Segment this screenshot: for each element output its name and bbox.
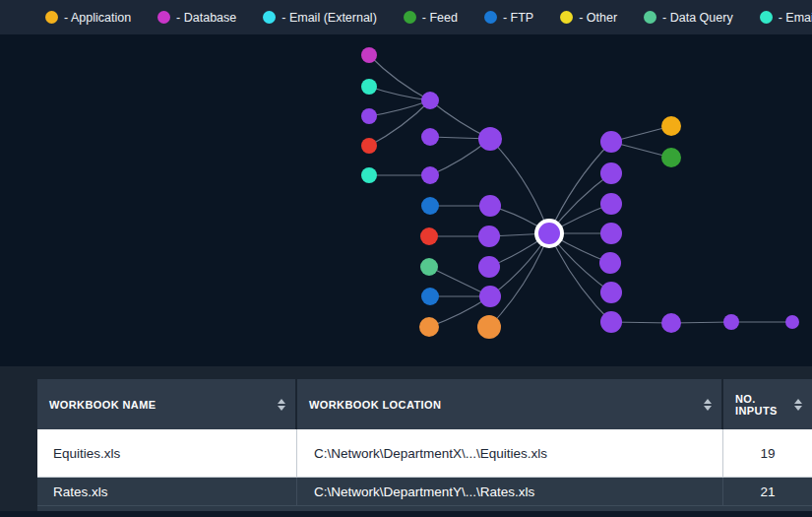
graph-edge [369,55,430,100]
legend-item-data-query: - Data Query [644,11,733,25]
cell-no-inputs: 19 [723,429,812,477]
graph-edge [490,139,549,233]
sort-arrows-icon [704,399,712,411]
header-label: NO. INPUTS [735,393,788,417]
legend-label: - Email [779,11,812,25]
legend-item-feed: - Feed [404,11,458,25]
graph-node-out-excel-3[interactable] [600,193,622,215]
graph-node-mid-red-1[interactable] [420,227,438,245]
graph-edge [549,142,611,233]
graph-node-src-email-2[interactable] [361,167,377,183]
graph-edge [369,87,430,100]
cell-workbook-name: Rates.xls [37,478,297,505]
graph-node-hub-excel[interactable] [536,221,562,246]
lineage-app: - Application- Database- Email (External… [0,0,812,517]
graph-node-src-database-1[interactable] [361,47,377,63]
table-body: Equities.xlsC:\Network\DepartmentX\...\E… [37,429,812,505]
graph-node-out-excel-4[interactable] [600,223,622,244]
header-label: WORKBOOK NAME [49,399,156,411]
graph-node-src-email-1[interactable] [361,79,377,95]
legend-label: - Data Query [662,11,733,25]
graph-node-agg-excel-1[interactable] [478,127,502,151]
legend-label: - Application [64,11,131,25]
legend-label: - Other [579,11,617,25]
cell-workbook-location: C:\Network\DepartmentX\...\Equities.xls [297,429,723,477]
legend-bar: - Application- Database- Email (External… [0,0,812,34]
legend-item-application: - Application [45,11,131,25]
graph-node-out-excel-6[interactable] [600,282,622,303]
legend-label: - Email (External) [281,11,377,25]
cell-no-inputs: 21 [723,478,812,505]
graph-node-agg-excel-2[interactable] [479,195,501,217]
legend-label: - FTP [503,11,533,25]
legend-label: - Database [176,11,236,25]
graph-node-src-red-1[interactable] [361,138,377,154]
lineage-graph [0,34,812,366]
graph-edge [489,233,549,327]
graph-node-out-excel-5[interactable] [599,252,621,274]
legend-item-ftp: - FTP [484,11,533,25]
graph-edge [549,233,611,322]
legend-item-database: - Database [157,11,236,25]
application-dot-icon [45,11,58,24]
graph-node-chain-excel-3[interactable] [785,315,799,329]
legend-item-other: - Other [560,11,617,25]
graph-node-agg-orange-1[interactable] [477,315,501,339]
feed-dot-icon [404,11,416,24]
graph-node-mid-excel-2[interactable] [421,128,439,146]
header-cell-no-inputs[interactable]: NO. INPUTS [723,379,812,429]
other-dot-icon [560,11,573,24]
graph-node-mid-excel-1[interactable] [421,92,439,109]
graph-node-out-excel-7[interactable] [600,311,622,333]
table-row[interactable]: Equities.xlsC:\Network\DepartmentX\...\E… [37,429,812,478]
graph-node-chain-excel-1[interactable] [661,313,681,333]
header-cell-workbook-name[interactable]: WORKBOOK NAME [37,379,297,429]
legend-label: - Feed [422,11,458,25]
legend-item-email: - Email [760,11,812,25]
data-query-dot-icon [644,11,656,24]
graph-node-out-feed-1[interactable] [661,148,681,167]
graph-node-mid-ftp-1[interactable] [421,197,439,215]
graph-node-chain-excel-2[interactable] [723,314,739,330]
graph-node-mid-orange-1[interactable] [419,317,439,337]
graph-node-out-excel-1[interactable] [600,131,622,153]
graph-edge [369,100,430,146]
bottom-strip [0,511,812,517]
sort-arrows-icon [278,399,285,411]
graph-node-mid-excel-3[interactable] [421,166,439,184]
table-row[interactable]: Rates.xlsC:\Network\DepartmentY\...\Rate… [37,478,812,505]
email-dot-icon [760,11,773,24]
graph-node-agg-excel-3[interactable] [478,226,500,247]
sort-arrows-icon [794,399,802,411]
legend-item-email-external: - Email (External) [263,11,377,25]
graph-edge [369,100,430,116]
graph-node-mid-dataquery-1[interactable] [420,258,438,276]
graph-node-src-excel-1[interactable] [361,108,377,124]
graph-node-out-application-1[interactable] [661,116,681,136]
graph-node-out-excel-2[interactable] [600,162,622,184]
cell-workbook-location: C:\Network\DepartmentY\...\Rates.xls [297,478,723,505]
header-cell-workbook-location[interactable]: WORKBOOK LOCATION [297,379,723,429]
database-dot-icon [157,11,170,24]
graph-node-mid-ftp-2[interactable] [421,288,439,305]
cell-workbook-name: Equities.xls [37,429,297,477]
header-label: WORKBOOK LOCATION [309,399,441,411]
email-external-dot-icon [263,11,276,24]
ftp-dot-icon [484,11,497,24]
workbook-table: WORKBOOK NAMEWORKBOOK LOCATIONNO. INPUTS… [37,379,812,513]
graph-node-agg-excel-4[interactable] [478,256,500,278]
graph-area [0,34,812,366]
table-header: WORKBOOK NAMEWORKBOOK LOCATIONNO. INPUTS [37,379,812,429]
graph-node-agg-excel-5[interactable] [479,286,501,307]
